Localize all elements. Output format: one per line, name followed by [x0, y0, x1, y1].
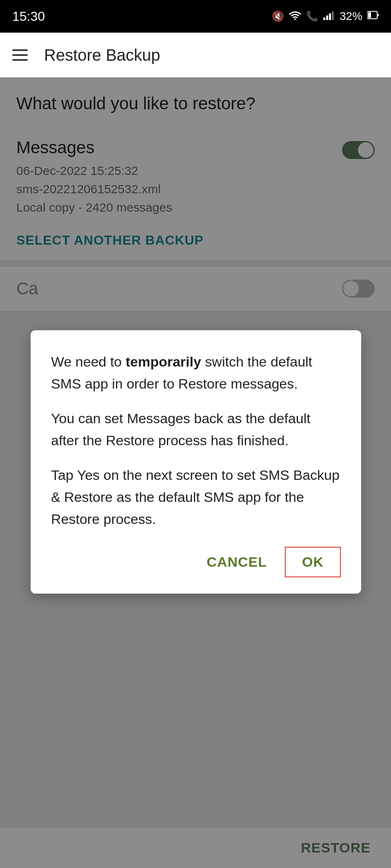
svg-point-0 — [294, 18, 296, 20]
status-icons: 🔇 📞 32% — [272, 10, 379, 23]
dialog-paragraph-2: You can set Messages back as the default… — [51, 407, 341, 452]
battery-indicator: 32% — [340, 10, 362, 23]
dialog: We need to temporarily switch the defaul… — [31, 330, 361, 594]
svg-rect-6 — [377, 14, 379, 16]
cancel-button[interactable]: CANCEL — [197, 548, 277, 576]
mute-icon: 🔇 — [272, 11, 284, 22]
ok-button[interactable]: OK — [285, 547, 341, 577]
wifi-icon — [289, 10, 301, 22]
svg-rect-1 — [323, 18, 325, 20]
dialog-actions: CANCEL OK — [51, 547, 341, 577]
svg-rect-3 — [329, 13, 331, 20]
battery-icon — [367, 10, 379, 22]
status-bar: 15:30 🔇 📞 32% — [0, 0, 391, 33]
svg-rect-4 — [332, 11, 334, 20]
status-time: 15:30 — [12, 9, 45, 24]
signal-icon — [323, 10, 335, 22]
main-content: What would you like to restore? Messages… — [0, 77, 391, 868]
dialog-paragraph-1: We need to temporarily switch the defaul… — [51, 351, 341, 395]
call-icon: 📞 — [306, 11, 318, 22]
svg-rect-7 — [368, 12, 371, 18]
menu-button[interactable] — [12, 49, 28, 61]
dialog-paragraph-3: Tap Yes on the next screen to set SMS Ba… — [51, 464, 341, 530]
app-bar: Restore Backup — [0, 33, 391, 77]
svg-rect-2 — [326, 15, 328, 20]
page-title: Restore Backup — [44, 46, 160, 64]
dialog-body: We need to temporarily switch the defaul… — [51, 351, 341, 530]
